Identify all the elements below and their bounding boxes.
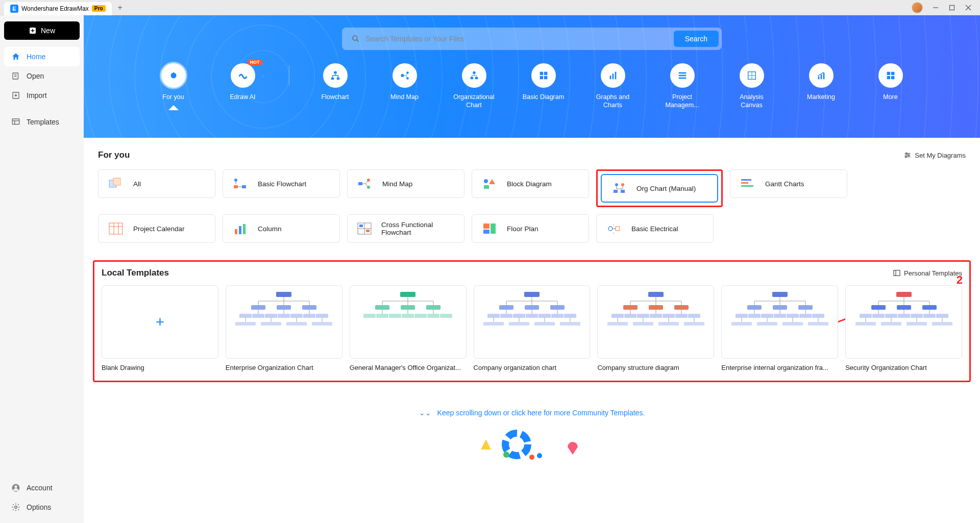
category-project-managem-[interactable]: Project Managem... <box>659 63 706 110</box>
tile-block-diagram[interactable]: Block Diagram <box>472 169 589 198</box>
scroll-hint[interactable]: ⌄⌄ Keep scrolling down or click here for… <box>84 391 980 429</box>
svg-rect-122 <box>376 314 388 318</box>
tile-gantt-charts[interactable]: Gantt Charts <box>730 169 847 198</box>
sidebar-item-label: Account <box>27 484 53 492</box>
svg-rect-141 <box>509 322 519 326</box>
folder-icon <box>11 71 20 81</box>
tile-column[interactable]: Column <box>223 214 340 243</box>
tile-all[interactable]: All <box>98 169 215 198</box>
svg-rect-78 <box>109 223 122 234</box>
svg-rect-75 <box>741 179 751 181</box>
template-card[interactable]: Security Organization Chart <box>845 285 962 371</box>
local-templates-section: Local Templates Personal Templates +Blan… <box>93 260 971 382</box>
tile-mind-map[interactable]: Mind Map <box>347 169 464 198</box>
template-thumb <box>597 285 714 359</box>
svg-rect-163 <box>669 322 679 326</box>
svg-rect-106 <box>290 314 303 318</box>
tile-floor-plan[interactable]: Floor Plan <box>472 214 589 243</box>
category-organizational-chart[interactable]: Organizational Chart <box>451 63 498 110</box>
search-button[interactable]: Search <box>674 31 719 47</box>
content: Search For youHOTEdraw AIFlowchartMind M… <box>84 15 980 523</box>
tile-icon <box>481 221 498 236</box>
templates-icon <box>11 117 20 127</box>
category-for-you[interactable]: For you <box>150 63 197 110</box>
close-button[interactable] <box>965 4 972 11</box>
svg-rect-74 <box>621 190 625 193</box>
sidebar-item-templates[interactable]: Templates <box>4 112 80 132</box>
svg-rect-179 <box>757 322 767 326</box>
sidebar-item-home[interactable]: Home <box>4 47 80 66</box>
template-title: Enterprise internal organization fra... <box>721 364 838 371</box>
category-marketing[interactable]: Marketing <box>798 63 845 110</box>
template-card[interactable]: Company organization chart <box>474 285 591 371</box>
svg-rect-50 <box>887 72 890 75</box>
svg-rect-146 <box>570 322 580 326</box>
template-card[interactable]: Enterprise Organization Chart <box>226 285 342 371</box>
sidebar-item-options[interactable]: Options <box>4 497 80 517</box>
tile-icon <box>740 177 756 191</box>
svg-rect-51 <box>891 72 894 75</box>
account-icon <box>11 483 20 492</box>
svg-rect-136 <box>538 314 551 318</box>
avatar[interactable] <box>912 2 923 13</box>
template-card[interactable]: Enterprise internal organization fra... <box>721 285 838 371</box>
sidebar-item-open[interactable]: Open <box>4 66 80 86</box>
category-row: For youHOTEdraw AIFlowchartMind MapOrgan… <box>84 63 980 110</box>
template-row: +Blank DrawingEnterprise Organization Ch… <box>102 285 962 371</box>
maximize-button[interactable] <box>948 4 955 11</box>
category-icon <box>809 63 834 88</box>
template-title: General Manager's Office Organizat... <box>350 364 467 371</box>
category-analysis-canvas[interactable]: Analysis Canvas <box>728 63 775 110</box>
svg-rect-156 <box>675 314 688 318</box>
svg-rect-201 <box>917 322 927 326</box>
svg-rect-175 <box>799 314 812 318</box>
category-label: Organizational Chart <box>451 93 498 110</box>
category-icon <box>462 63 486 88</box>
new-tab-button[interactable]: + <box>118 3 122 12</box>
svg-rect-135 <box>526 314 538 318</box>
tile-org-chart-manual-[interactable]: Org Chart (Manual) <box>601 174 718 203</box>
sidebar-item-import[interactable]: Import <box>4 86 80 105</box>
template-card[interactable]: +Blank Drawing <box>102 285 218 371</box>
svg-rect-73 <box>614 190 618 193</box>
svg-rect-113 <box>286 322 297 326</box>
tile-icon <box>611 181 627 195</box>
tile-basic-flowchart[interactable]: Basic Flowchart <box>223 169 340 198</box>
svg-rect-185 <box>896 292 912 297</box>
minimize-button[interactable] <box>932 4 939 11</box>
tile-label: Basic Electrical <box>631 225 678 233</box>
tile-cross-functional-flowchart[interactable]: Cross Functional Flowchart <box>347 214 464 243</box>
layout-icon <box>893 269 901 277</box>
svg-rect-90 <box>483 223 489 229</box>
template-thumb <box>721 285 838 359</box>
set-my-diagrams[interactable]: Set My Diagrams <box>903 151 966 159</box>
svg-rect-184 <box>818 322 828 326</box>
svg-rect-92 <box>491 223 496 234</box>
svg-rect-70 <box>484 185 489 189</box>
category-more[interactable]: More <box>867 63 914 110</box>
sidebar-item-account[interactable]: Account <box>4 478 80 497</box>
category-flowchart[interactable]: Flowchart <box>312 63 359 110</box>
category-label: Project Managem... <box>659 93 706 110</box>
svg-rect-48 <box>820 74 822 79</box>
new-button[interactable]: New <box>4 21 80 40</box>
svg-marker-204 <box>481 439 491 450</box>
app-tab[interactable]: E Wondershare EdrawMax Pro <box>4 2 112 15</box>
category-icon <box>670 63 695 88</box>
category-graphs-and-charts[interactable]: Graphs and Charts <box>590 63 636 110</box>
search-input[interactable] <box>365 35 674 43</box>
personal-templates[interactable]: Personal Templates <box>893 269 962 277</box>
category-mind-map[interactable]: Mind Map <box>381 63 428 110</box>
svg-rect-61 <box>113 178 120 185</box>
category-basic-diagram[interactable]: Basic Diagram <box>520 63 567 110</box>
app-name: Wondershare EdrawMax <box>21 5 89 12</box>
template-card[interactable]: General Manager's Office Organizat... <box>350 285 467 371</box>
svg-rect-196 <box>855 322 866 326</box>
svg-point-59 <box>905 156 907 158</box>
svg-rect-89 <box>366 230 370 232</box>
tile-label: All <box>133 180 141 188</box>
template-card[interactable]: Company structure diagram <box>597 285 714 371</box>
tile-basic-electrical[interactable]: Basic Electrical <box>596 214 714 243</box>
tile-project-calendar[interactable]: Project Calendar <box>98 214 215 243</box>
category-edraw-ai[interactable]: HOTEdraw AI <box>219 63 266 110</box>
